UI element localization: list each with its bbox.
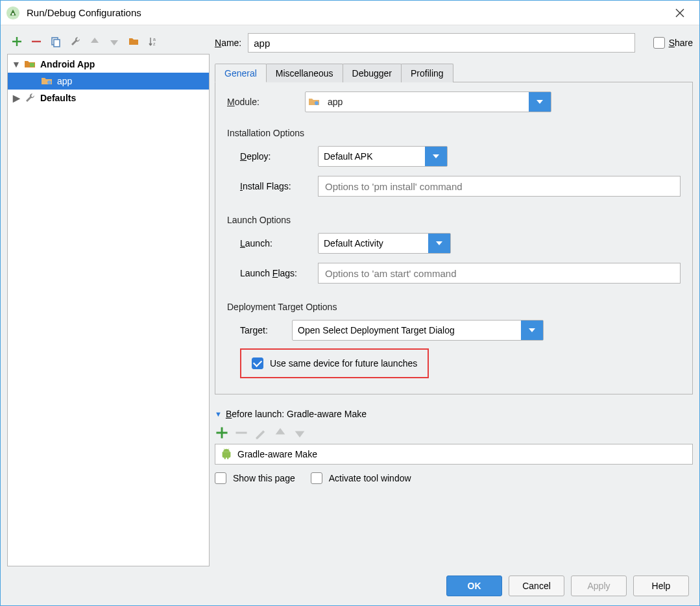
- show-this-page-checkbox[interactable]: [215, 472, 226, 484]
- launch-label: Launch:: [240, 238, 311, 248]
- ok-button[interactable]: OK: [446, 576, 502, 596]
- footer: OK Cancel Apply Help: [1, 566, 699, 605]
- tree-label: Defaults: [40, 93, 76, 103]
- deploy-value: Default APK: [319, 151, 425, 162]
- svg-point-1: [12, 13, 14, 16]
- move-up-button[interactable]: [88, 34, 102, 49]
- installation-options-head: Installation Options: [227, 128, 681, 138]
- share-checkbox[interactable]: [653, 37, 665, 49]
- remove-task-button[interactable]: [234, 426, 248, 440]
- show-this-page-label: Show this page: [233, 473, 295, 483]
- tab-profiling[interactable]: Profiling: [401, 64, 453, 82]
- add-task-button[interactable]: [215, 426, 229, 440]
- launch-flags-input[interactable]: [318, 263, 681, 284]
- apply-button[interactable]: Apply: [571, 576, 627, 596]
- module-value: app: [322, 97, 529, 107]
- module-combo[interactable]: app: [305, 91, 551, 112]
- name-label: Name:: [215, 38, 241, 48]
- android-icon: [221, 448, 232, 461]
- defaults-icon: [23, 92, 36, 104]
- target-label: Target:: [240, 325, 285, 335]
- tree-node-android-app[interactable]: ▼ Android App: [8, 56, 209, 73]
- chevron-down-icon: ▼: [215, 410, 222, 418]
- before-launch-list[interactable]: Gradle-aware Make: [215, 444, 693, 465]
- chevron-down-icon: ▼: [12, 59, 21, 69]
- svg-point-8: [315, 101, 319, 105]
- launch-value: Default Activity: [319, 238, 428, 248]
- svg-text:a: a: [153, 37, 156, 42]
- target-value: Open Select Deployment Target Dialog: [293, 325, 521, 335]
- left-panel: az ▼ Android App app ▶ Defaults: [7, 32, 210, 566]
- tab-debugger[interactable]: Debugger: [343, 64, 402, 82]
- deploy-label: Deploy:: [240, 151, 311, 162]
- content-area: az ▼ Android App app ▶ Defaults: [1, 25, 699, 566]
- tab-general[interactable]: General: [215, 64, 267, 82]
- svg-rect-3: [54, 40, 60, 47]
- before-launch-section: ▼ Before launch: Gradle-aware Make Gradl…: [215, 409, 693, 484]
- launch-combo[interactable]: Default Activity: [318, 233, 451, 254]
- titlebar: Run/Debug Configurations: [1, 1, 699, 25]
- close-button[interactable]: [666, 1, 694, 25]
- deployment-target-head: Deployment Target Options: [227, 302, 681, 312]
- dialog-window: Run/Debug Configurations az ▼ An: [0, 0, 700, 606]
- bottom-checks: Show this page Activate tool window: [215, 472, 693, 484]
- before-launch-header[interactable]: ▼ Before launch: Gradle-aware Make: [215, 409, 693, 419]
- move-task-up-button[interactable]: [273, 426, 287, 440]
- move-task-down-button[interactable]: [293, 426, 307, 440]
- tree-label: Android App: [40, 59, 95, 69]
- svg-rect-6: [30, 63, 34, 67]
- highlighted-region: Use same device for future launches: [240, 348, 429, 378]
- activate-tool-window-label: Activate tool window: [329, 473, 411, 483]
- tabstrip: General Miscellaneous Debugger Profiling: [215, 63, 693, 82]
- chevron-down-icon[interactable]: [425, 147, 447, 166]
- help-button[interactable]: Help: [633, 576, 689, 596]
- edit-defaults-button[interactable]: [68, 34, 82, 49]
- before-launch-item-label: Gradle-aware Make: [237, 449, 317, 459]
- before-launch-toolbar: [215, 426, 693, 440]
- share-label: Share: [669, 38, 693, 48]
- use-same-device-label: Use same device for future launches: [270, 358, 417, 369]
- copy-config-button[interactable]: [49, 34, 63, 49]
- folder-button[interactable]: [127, 34, 141, 49]
- chevron-right-icon: ▶: [12, 93, 21, 103]
- launch-options-head: Launch Options: [227, 215, 681, 225]
- chevron-down-icon[interactable]: [521, 321, 543, 340]
- use-same-device-checkbox[interactable]: [252, 358, 263, 369]
- edit-task-button[interactable]: [254, 426, 268, 440]
- tree-node-app[interactable]: app: [8, 73, 209, 90]
- target-combo[interactable]: Open Select Deployment Target Dialog: [292, 320, 544, 341]
- svg-text:z: z: [153, 42, 156, 46]
- deploy-combo[interactable]: Default APK: [318, 146, 448, 167]
- module-icon: [306, 96, 322, 108]
- move-down-button[interactable]: [107, 34, 121, 49]
- activate-tool-window-checkbox[interactable]: [311, 472, 322, 484]
- svg-point-7: [47, 80, 51, 84]
- name-input[interactable]: [248, 33, 634, 53]
- module-label: Module:: [227, 97, 298, 107]
- tree-node-defaults[interactable]: ▶ Defaults: [8, 90, 209, 106]
- android-app-icon: [23, 58, 36, 70]
- tab-miscellaneous[interactable]: Miscellaneous: [266, 64, 343, 82]
- sort-button[interactable]: az: [146, 34, 160, 49]
- tab-body-general: Module: app Installation Options Deploy:…: [215, 82, 693, 394]
- module-icon: [40, 75, 53, 87]
- share-row: Share: [642, 37, 693, 49]
- cancel-button[interactable]: Cancel: [509, 576, 564, 596]
- chevron-down-icon[interactable]: [529, 92, 551, 112]
- add-config-button[interactable]: [10, 34, 24, 49]
- android-studio-icon: [6, 6, 20, 20]
- chevron-down-icon[interactable]: [428, 234, 450, 253]
- name-row: Name: Share: [215, 32, 693, 54]
- before-launch-label: Before launch: Gradle-aware Make: [226, 409, 367, 419]
- tree-label: app: [57, 76, 72, 86]
- config-toolbar: az: [7, 32, 210, 51]
- window-title: Run/Debug Configurations: [27, 7, 666, 18]
- install-flags-input[interactable]: [318, 176, 681, 197]
- config-tree[interactable]: ▼ Android App app ▶ Defaults: [7, 54, 210, 566]
- install-flags-label: Install Flags:: [240, 181, 311, 191]
- launch-flags-label: Launch Flags:: [240, 268, 311, 278]
- remove-config-button[interactable]: [29, 34, 43, 49]
- right-panel: Name: Share General Miscellaneous Debugg…: [215, 32, 693, 566]
